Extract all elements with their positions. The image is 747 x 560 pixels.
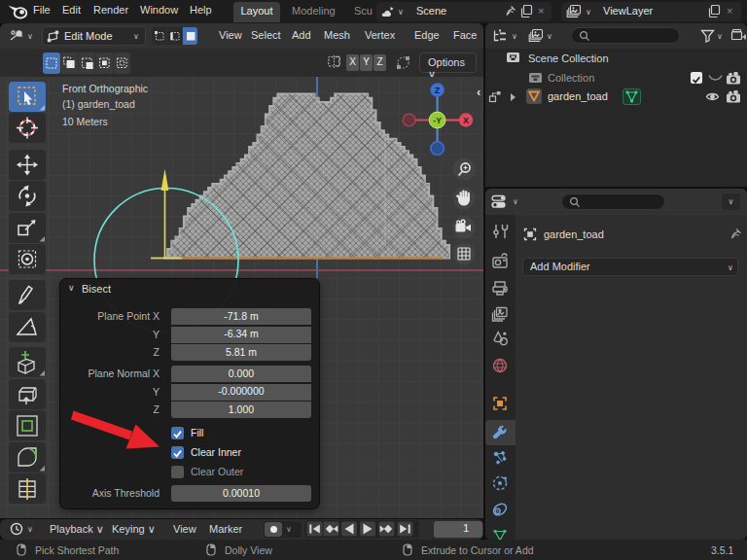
- svg-text:-Y: -Y: [433, 116, 442, 125]
- svg-text:Z: Z: [435, 86, 441, 95]
- svg-text:‹: ‹: [477, 85, 480, 99]
- svg-text:X: X: [463, 116, 469, 125]
